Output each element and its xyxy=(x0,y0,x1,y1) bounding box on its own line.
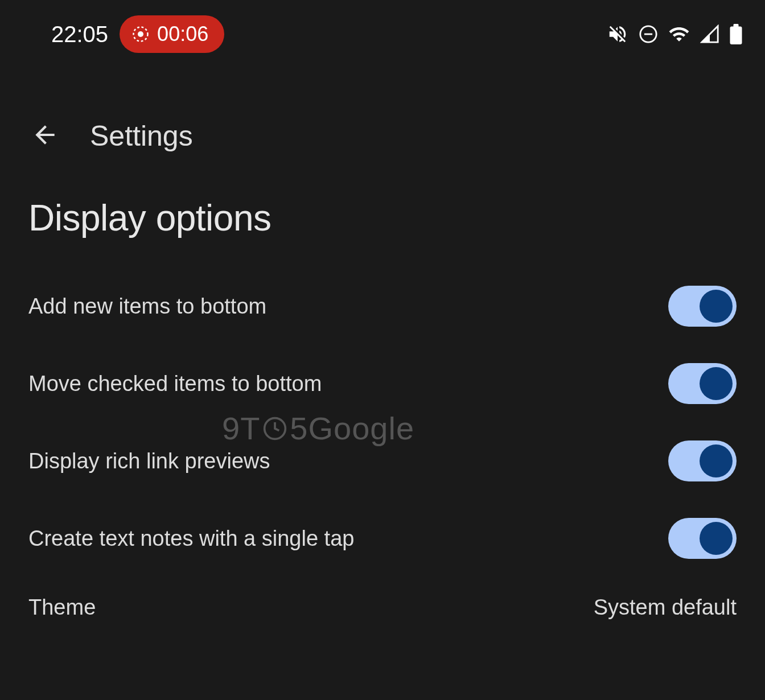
do-not-disturb-icon xyxy=(639,24,658,44)
setting-theme[interactable]: Theme System default xyxy=(28,577,737,638)
setting-label: Create text notes with a single tap xyxy=(28,526,354,551)
section-title: Display options xyxy=(28,197,737,239)
status-bar-right xyxy=(607,23,742,45)
battery-icon xyxy=(730,24,742,44)
page-title: Settings xyxy=(90,120,193,153)
toggle-switch[interactable] xyxy=(668,363,737,404)
setting-label: Add new items to bottom xyxy=(28,294,266,319)
wifi-icon xyxy=(668,23,690,45)
signal-icon xyxy=(700,24,719,44)
setting-add-new-items[interactable]: Add new items to bottom xyxy=(28,267,737,345)
back-button[interactable] xyxy=(28,120,61,153)
screen-recording-pill[interactable]: 00:06 xyxy=(120,15,224,53)
setting-label: Move checked items to bottom xyxy=(28,372,322,396)
record-icon xyxy=(132,26,149,43)
setting-label: Display rich link previews xyxy=(28,449,270,473)
toggle-thumb xyxy=(700,522,733,555)
toggle-switch[interactable] xyxy=(668,286,737,327)
setting-move-checked-items[interactable]: Move checked items to bottom xyxy=(28,345,737,422)
recording-time: 00:06 xyxy=(157,22,208,46)
clock: 22:05 xyxy=(51,22,108,47)
status-bar-left: 22:05 00:06 xyxy=(51,15,224,53)
setting-single-tap-notes[interactable]: Create text notes with a single tap xyxy=(28,500,737,577)
toggle-switch[interactable] xyxy=(668,518,737,559)
settings-content: Display options Add new items to bottom … xyxy=(0,197,765,638)
svg-rect-4 xyxy=(730,27,742,45)
setting-rich-link-previews[interactable]: Display rich link previews xyxy=(28,422,737,500)
toggle-thumb xyxy=(700,444,733,477)
app-bar: Settings xyxy=(0,102,765,170)
volume-muted-icon xyxy=(607,23,628,45)
svg-point-1 xyxy=(138,31,143,37)
toggle-thumb xyxy=(700,290,733,323)
svg-rect-5 xyxy=(734,24,739,27)
toggle-switch[interactable] xyxy=(668,440,737,481)
setting-label: Theme xyxy=(28,595,96,620)
setting-value: System default xyxy=(594,595,737,620)
status-bar: 22:05 00:06 xyxy=(0,0,765,68)
toggle-thumb xyxy=(700,367,733,400)
arrow-back-icon xyxy=(31,121,59,151)
